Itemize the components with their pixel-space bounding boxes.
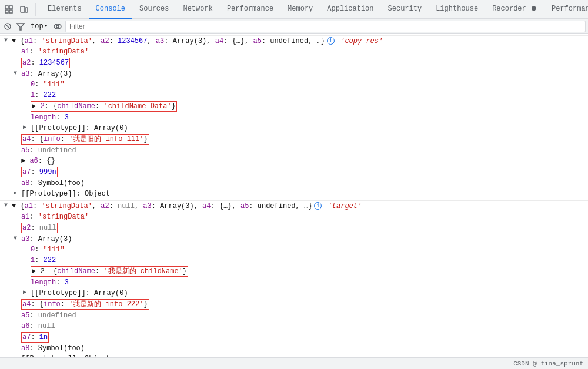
highlight-2-a7: a7: 1n — [21, 332, 49, 343]
entry-2-a3-2: ► 2 {childName: '我是新的 childName'} — [0, 266, 588, 277]
entry-2-a6: a6: null — [0, 321, 588, 331]
highlight-2-a2: a2: null — [21, 223, 58, 233]
inspect-icon[interactable] — [2, 3, 15, 16]
svg-marker-8 — [17, 24, 24, 30]
entry-2-a4: a4: {info: '我是新的 info 222'} — [0, 298, 588, 310]
device-toggle-icon[interactable] — [18, 3, 31, 16]
svg-rect-5 — [25, 8, 28, 12]
context-selector[interactable]: top ▾ — [28, 21, 50, 32]
bottom-bar: CSDN @ tina_sprunt — [0, 357, 588, 369]
svg-rect-4 — [21, 6, 25, 12]
entry-2-a5: a5: undefined — [0, 310, 588, 321]
filter-icon[interactable] — [15, 21, 26, 32]
svg-rect-2 — [5, 10, 8, 13]
tab-performance[interactable]: Performance — [220, 0, 280, 19]
console-output: ▼ {a1: 'stringData', a2: 1234567, a3: Ar… — [0, 34, 588, 357]
info-icon-1[interactable]: i — [327, 37, 335, 45]
svg-point-10 — [56, 25, 59, 28]
entry-2-a3-1: 1: 222 — [0, 255, 588, 266]
tab-sources[interactable]: Sources — [132, 0, 176, 19]
entry-2-a7: a7: 1n — [0, 331, 588, 343]
entry-1-summary: ▼ {a1: 'stringData', a2: 1234567, a3: Ar… — [12, 36, 383, 46]
console-entry-1: ▼ {a1: 'stringData', a2: 1234567, a3: Ar… — [0, 35, 588, 46]
expand-2-a3-proto[interactable] — [21, 289, 28, 296]
entry-2-a1: a1: 'stringData' — [0, 212, 588, 222]
highlight-2-a3-2: ► 2 {childName: '我是新的 childName'} — [31, 266, 188, 277]
tab-application[interactable]: Application — [320, 0, 380, 19]
expand-a3[interactable] — [12, 70, 19, 77]
highlight-2-a4: a4: {info: '我是新的 info 222'} — [21, 299, 149, 310]
entry-1-a4: a4: {info: '我是旧的 info 111'} — [0, 133, 588, 145]
expand-entry2-proto[interactable] — [12, 355, 19, 357]
credit-text: CSDN @ tina_sprunt — [513, 360, 583, 367]
entry-2-a3-proto: [[Prototype]]: Array(0) — [0, 288, 588, 298]
svg-point-9 — [54, 24, 61, 29]
filter-input[interactable] — [65, 21, 586, 32]
highlight-a4: a4: {info: '我是旧的 info 111'} — [21, 134, 149, 145]
expand-2-a3[interactable] — [12, 235, 19, 242]
tab-lighthouse[interactable]: Lighthouse — [429, 0, 485, 19]
tab-performance-insights[interactable]: Performance insights ⏺ — [544, 0, 588, 19]
entry-2-a3-header: a3: Array(3) — [0, 234, 588, 244]
entry-2-a3-length: length: 3 — [0, 277, 588, 288]
entry-1-a3-2: ► 2: {childName: 'childName Data'} — [0, 100, 588, 112]
entry-1-a8: a8: Symbol(foo) — [0, 178, 588, 189]
entry-1-a3-1: 1: 222 — [0, 90, 588, 100]
entry-1-a3-header: a3: Array(3) — [0, 69, 588, 79]
eye-icon[interactable] — [52, 21, 63, 32]
entry-2-proto: [[Prototype]]: Object — [0, 354, 588, 357]
console-entry-2: ▼ {a1: 'stringData', a2: null, a3: Array… — [0, 200, 588, 212]
svg-rect-1 — [9, 6, 12, 9]
devtools-icons — [2, 3, 36, 16]
devtools-tab-bar: Elements Console Sources Network Perform… — [0, 0, 588, 19]
expand-entry1-proto[interactable] — [12, 190, 19, 197]
entry-1-a6: ► a6: {} — [0, 156, 588, 166]
entry-1-a3-0: 0: "111" — [0, 79, 588, 90]
expand-a3-proto[interactable] — [21, 124, 28, 131]
context-dropdown-icon: ▾ — [45, 23, 48, 29]
console-toolbar: top ▾ — [0, 19, 588, 34]
entry-2-summary: ▼ {a1: 'stringData', a2: null, a3: Array… — [12, 202, 362, 211]
expand-arrow-1[interactable] — [2, 37, 9, 44]
entry-1-a2: a2: 1234567 — [0, 57, 588, 69]
svg-rect-3 — [9, 10, 12, 13]
entry-2-a3-0: 0: "111" — [0, 244, 588, 255]
tab-elements[interactable]: Elements — [41, 0, 89, 19]
entry-1-a5: a5: undefined — [0, 145, 588, 156]
tab-memory[interactable]: Memory — [280, 0, 320, 19]
entry-1-a3-length: length: 3 — [0, 112, 588, 123]
entry-1-proto: [[Prototype]]: Object — [0, 189, 588, 199]
tab-security[interactable]: Security — [381, 0, 429, 19]
entry-1-a1: a1: 'stringData' — [0, 46, 588, 57]
highlight-a3-2: ► 2: {childName: 'childName Data'} — [31, 101, 177, 112]
svg-rect-0 — [5, 6, 8, 9]
tab-console[interactable]: Console — [89, 0, 132, 19]
entry-1-a7: a7: 999n — [0, 166, 588, 178]
entry-1-a3-proto: [[Prototype]]: Array(0) — [0, 123, 588, 133]
entry-2-a2: a2: null — [0, 222, 588, 234]
expand-arrow-2[interactable] — [2, 202, 9, 209]
clear-console-icon[interactable] — [2, 21, 13, 32]
info-icon-2[interactable]: i — [314, 202, 322, 210]
context-label: top — [31, 22, 44, 31]
tab-recorder[interactable]: Recorder ⏺ — [485, 0, 544, 19]
entry-2-a8: a8: Symbol(foo) — [0, 343, 588, 354]
svg-line-7 — [6, 25, 9, 28]
highlight-a2: a2: 1234567 — [21, 58, 70, 68]
tab-network[interactable]: Network — [176, 0, 219, 19]
highlight-a7: a7: 999n — [21, 167, 58, 177]
